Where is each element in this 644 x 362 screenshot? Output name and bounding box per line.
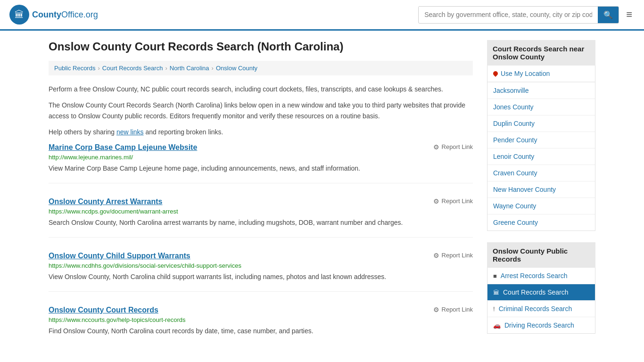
court-records-link[interactable]: 🏛 Court Records Search [487,284,595,300]
arrest-records-icon: ■ [493,272,497,280]
public-records-list: ■ Arrest Records Search 🏛 Court Records … [487,268,595,334]
content-wrapper: Onslow County Court Records Search (Nort… [39,31,605,362]
criminal-records-link[interactable]: ! Criminal Records Search [487,301,595,317]
result-url-0[interactable]: http://www.lejeune.marines.mil/ [49,154,473,161]
report-link-1[interactable]: ⚙ Report Link [433,197,473,205]
court-records-label: Court Records Search [503,288,569,296]
nearby-list: Use My Location Jacksonville Jones Count… [487,66,595,231]
result-item-2: Onslow County Child Support Warrants ⚙ R… [49,252,473,292]
report-label-3: Report Link [442,306,473,313]
nearby-new-hanover-county-link[interactable]: New Hanover County [487,181,595,197]
criminal-records-icon: ! [493,305,495,313]
nearby-lenoir-county[interactable]: Lenoir County [487,148,595,165]
result-header-2: Onslow County Child Support Warrants ⚙ R… [49,252,473,260]
public-records-criminal[interactable]: ! Criminal Records Search [487,301,595,317]
result-url-2[interactable]: https://www.ncdhhs.gov/divisions/social-… [49,262,473,269]
nearby-pender-county-link[interactable]: Pender County [487,132,595,148]
use-location-link[interactable]: Use My Location [487,66,595,82]
menu-icon[interactable]: ≡ [624,6,635,23]
nearby-new-hanover-county[interactable]: New Hanover County [487,181,595,198]
public-records-arrest[interactable]: ■ Arrest Records Search [487,268,595,284]
new-links-link[interactable]: new links [116,128,144,136]
result-url-3[interactable]: https://www.nccourts.gov/help-topics/cou… [49,316,473,323]
page-title: Onslow County Court Records Search (Nort… [49,40,473,53]
result-item-1: Onslow County Arrest Warrants ⚙ Report L… [49,197,473,238]
description-2: The Onslow County Court Records Search (… [49,100,473,121]
breadcrumb: Public Records › Court Records Search › … [49,61,473,75]
nearby-craven-county-link[interactable]: Craven County [487,165,595,181]
nearby-jacksonville[interactable]: Jacksonville [487,82,595,99]
result-header-3: Onslow County Court Records ⚙ Report Lin… [49,306,473,314]
public-records-driving[interactable]: 🚗 Driving Records Search [487,317,595,333]
court-records-icon: 🏛 [493,289,499,296]
sidebar: Court Records Search near Onslow County … [487,40,595,360]
driving-records-label: Driving Records Search [504,321,574,329]
result-header-1: Onslow County Arrest Warrants ⚙ Report L… [49,197,473,206]
description-1: Perform a free Onslow County, NC public … [49,84,473,94]
report-icon-3: ⚙ [433,306,439,313]
nearby-greene-county-link[interactable]: Greene County [487,214,595,230]
result-title-2[interactable]: Onslow County Child Support Warrants [49,252,190,260]
main-content: Onslow County Court Records Search (Nort… [49,40,473,360]
result-title-1[interactable]: Onslow County Arrest Warrants [49,197,163,206]
result-item-3: Onslow County Court Records ⚙ Report Lin… [49,306,473,346]
nearby-section-title: Court Records Search near Onslow County [487,40,595,66]
nearby-craven-county[interactable]: Craven County [487,165,595,181]
report-label-1: Report Link [442,197,473,205]
header-right: 🔍 ≡ [418,6,635,24]
breadcrumb-public-records[interactable]: Public Records [54,65,95,72]
nearby-greene-county[interactable]: Greene County [487,214,595,230]
search-button[interactable]: 🔍 [598,7,619,23]
result-desc-3: Find Onslow County, North Carolina court… [49,326,473,336]
report-link-3[interactable]: ⚙ Report Link [433,306,473,313]
driving-records-icon: 🚗 [493,322,501,329]
breadcrumb-court-records[interactable]: Court Records Search [102,65,163,72]
arrest-records-label: Arrest Records Search [501,272,568,280]
nearby-pender-county[interactable]: Pender County [487,132,595,148]
logo[interactable]: 🏛 CountyOffice.org [9,5,98,25]
report-icon-1: ⚙ [433,197,439,205]
driving-records-link[interactable]: 🚗 Driving Records Search [487,317,595,333]
search-bar: 🔍 [418,6,619,24]
location-dot-icon [492,70,499,77]
nearby-wayne-county-link[interactable]: Wayne County [487,198,595,214]
result-desc-0: View Marine Corp Base Camp Lejeune home … [49,164,473,173]
nearby-wayne-county[interactable]: Wayne County [487,198,595,214]
result-url-1[interactable]: https://www.ncdps.gov/document/warrant-a… [49,208,473,215]
nearby-duplin-county-link[interactable]: Duplin County [487,115,595,132]
nearby-section: Court Records Search near Onslow County … [487,40,595,231]
nearby-jacksonville-link[interactable]: Jacksonville [487,82,595,99]
result-title-0[interactable]: Marine Corp Base Camp Lejeune Website [49,143,197,152]
logo-icon: 🏛 [9,5,29,25]
description-3: Help others by sharing new links and rep… [49,127,473,137]
report-link-0[interactable]: ⚙ Report Link [433,143,473,151]
nearby-jones-county-link[interactable]: Jones County [487,99,595,115]
arrest-records-link[interactable]: ■ Arrest Records Search [487,268,595,284]
result-header-0: Marine Corp Base Camp Lejeune Website ⚙ … [49,143,473,152]
report-icon-2: ⚙ [433,252,439,259]
breadcrumb-north-carolina[interactable]: North Carolina [170,65,209,72]
search-input[interactable] [419,7,598,22]
criminal-records-label: Criminal Records Search [499,305,572,313]
breadcrumb-onslow-county[interactable]: Onslow County [216,65,257,72]
result-desc-1: Search Onslow County, North Carolina arr… [49,218,473,228]
report-link-2[interactable]: ⚙ Report Link [433,252,473,259]
public-records-section-title: Onslow County Public Records [487,242,595,268]
public-records-court[interactable]: 🏛 Court Records Search [487,284,595,301]
results-container: Marine Corp Base Camp Lejeune Website ⚙ … [49,143,473,346]
result-item-0: Marine Corp Base Camp Lejeune Website ⚙ … [49,143,473,183]
result-desc-2: View Onslow County, North Carolina child… [49,272,473,282]
public-records-section: Onslow County Public Records ■ Arrest Re… [487,242,595,334]
nearby-duplin-county[interactable]: Duplin County [487,115,595,132]
use-location-label: Use My Location [501,70,550,77]
report-label-0: Report Link [442,143,473,150]
use-location-item[interactable]: Use My Location [487,66,595,82]
nearby-jones-county[interactable]: Jones County [487,99,595,115]
nearby-lenoir-county-link[interactable]: Lenoir County [487,148,595,165]
report-icon-0: ⚙ [433,143,439,151]
report-label-2: Report Link [442,252,473,259]
site-header: 🏛 CountyOffice.org 🔍 ≡ [0,0,644,31]
logo-text: CountyOffice.org [32,10,98,20]
result-title-3[interactable]: Onslow County Court Records [49,306,158,314]
